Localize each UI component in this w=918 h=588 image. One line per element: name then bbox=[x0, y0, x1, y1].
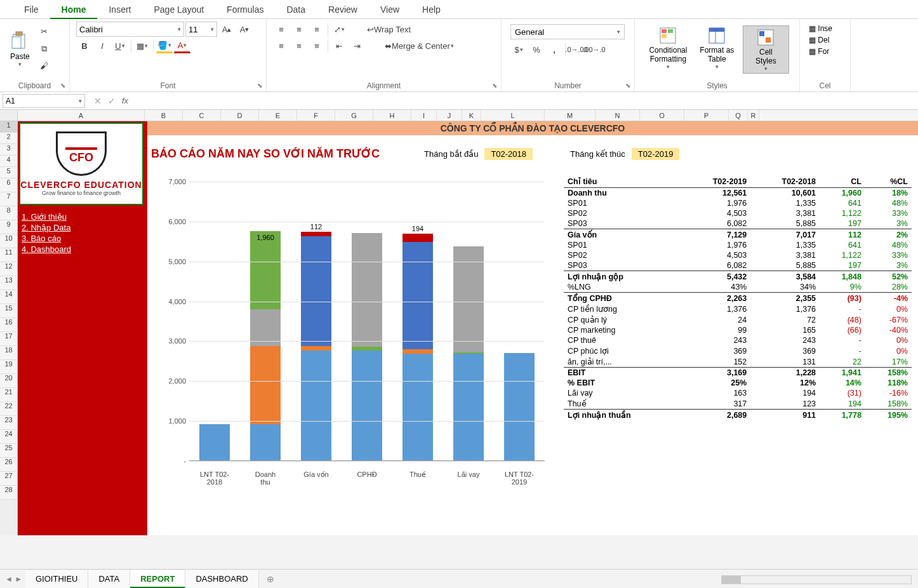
nav-link-3[interactable]: 4. Dashboard bbox=[22, 244, 143, 255]
svg-rect-4 bbox=[662, 29, 667, 33]
underline-button[interactable]: U▾ bbox=[112, 38, 128, 53]
comma-button[interactable]: , bbox=[546, 42, 562, 57]
column-headers[interactable]: ABCDEFGHIJKLMNOPQR bbox=[18, 110, 918, 121]
add-sheet-button[interactable]: ⊕ bbox=[259, 574, 282, 584]
nav-link-0[interactable]: 1. Giới thiệu bbox=[22, 211, 143, 222]
font-name-combo[interactable]: Calibri▾ bbox=[76, 22, 184, 37]
fill-color-button[interactable]: 🪣▾ bbox=[156, 38, 173, 53]
company-title: CÔNG TY CỔ PHẦN ĐÀO TẠO CLEVERCFO bbox=[147, 121, 918, 135]
comparison-table: Chỉ tiêuT02-2019T02-2018CL%CLDoanh thu12… bbox=[564, 175, 912, 420]
font-color-button[interactable]: A▾ bbox=[174, 38, 190, 53]
tab-page-layout[interactable]: Page Layout bbox=[142, 0, 215, 19]
cancel-formula-icon[interactable]: ✕ bbox=[94, 96, 102, 106]
number-format-combo[interactable]: General▾ bbox=[510, 24, 625, 39]
cut-button[interactable]: ✂ bbox=[36, 24, 53, 39]
tab-view[interactable]: View bbox=[369, 0, 411, 19]
align-bottom-button[interactable]: ≡ bbox=[309, 22, 325, 37]
increase-font-button[interactable]: A▴ bbox=[218, 22, 235, 37]
tab-review[interactable]: Review bbox=[317, 0, 369, 19]
font-size-combo[interactable]: 11▾ bbox=[185, 22, 217, 37]
paste-button[interactable]: Paste▾ bbox=[6, 22, 34, 76]
tab-formulas[interactable]: Formulas bbox=[215, 0, 275, 19]
group-number: General▾ $▾ % , .0→.00 .00→.0 Number ⬊ bbox=[502, 19, 635, 91]
merge-center-button[interactable]: ⬌ Merge & Center ▾ bbox=[380, 38, 458, 53]
fx-icon[interactable]: fx bbox=[122, 96, 128, 105]
horizontal-scrollbar[interactable] bbox=[721, 575, 912, 584]
ribbon-tabs: FileHomeInsertPage LayoutFormulasDataRev… bbox=[0, 0, 918, 19]
bold-button[interactable]: B bbox=[76, 38, 93, 53]
conditional-formatting-button[interactable]: Conditional Formatting▾ bbox=[645, 25, 691, 70]
tab-home[interactable]: Home bbox=[50, 0, 98, 19]
decrease-decimal-button[interactable]: .00→.0 bbox=[586, 42, 602, 57]
sheet-tab-dashboard[interactable]: DASHBOARD bbox=[185, 570, 258, 588]
sheet-tab-report[interactable]: REPORT bbox=[130, 570, 185, 588]
worksheet-grid[interactable]: ABCDEFGHIJKLMNOPQR 123456789101112131415… bbox=[0, 110, 918, 535]
format-painter-button[interactable]: 🖌 bbox=[36, 58, 53, 73]
align-top-button[interactable]: ≡ bbox=[273, 22, 289, 37]
nav-link-2[interactable]: 3. Báo cáo bbox=[22, 233, 143, 244]
group-styles: Conditional Formatting▾ Format as Table▾… bbox=[635, 19, 800, 91]
group-clipboard: Paste▾ ✂ ⧉ 🖌 Clipboard ⬊ bbox=[0, 19, 70, 91]
tab-file[interactable]: File bbox=[13, 0, 50, 19]
row-headers[interactable]: 1234567891011121314151617181920212223242… bbox=[0, 110, 18, 535]
svg-rect-2 bbox=[12, 37, 21, 48]
copy-button[interactable]: ⧉ bbox=[36, 41, 53, 56]
group-cells: ▦ Inse ▦ Del ▦ For Cel bbox=[800, 19, 851, 91]
svg-rect-6 bbox=[662, 34, 667, 38]
decrease-indent-button[interactable]: ⇤ bbox=[331, 38, 347, 53]
borders-button[interactable]: ▦▾ bbox=[134, 38, 150, 53]
enter-formula-icon[interactable]: ✓ bbox=[108, 96, 116, 106]
sheet-tab-gioithieu[interactable]: GIOITHIEU bbox=[25, 570, 88, 588]
group-alignment: ≡ ≡ ≡ ⤢▾ ↩ Wrap Text ≡ ≡ ≡ ⇤ ⇥ ⬌ Merge &… bbox=[267, 19, 502, 91]
delete-cells-button[interactable]: ▦ Del bbox=[809, 36, 841, 44]
cell-styles-button[interactable]: Cell Styles▾ bbox=[743, 25, 789, 74]
svg-rect-1 bbox=[16, 32, 22, 36]
decrease-font-button[interactable]: A▾ bbox=[236, 22, 253, 37]
svg-rect-11 bbox=[759, 31, 764, 36]
start-date-value: T02-2018 bbox=[484, 148, 533, 160]
format-cells-button[interactable]: ▦ For bbox=[809, 47, 841, 56]
number-launcher-icon[interactable]: ⬊ bbox=[625, 82, 630, 89]
percent-button[interactable]: % bbox=[528, 42, 545, 57]
alignment-launcher-icon[interactable]: ⬊ bbox=[492, 82, 497, 89]
nav-sidebar: CFO CLEVERCFO EDUCATION Grow finance to … bbox=[18, 121, 147, 535]
align-right-button[interactable]: ≡ bbox=[309, 38, 325, 53]
end-date-value: T02-2019 bbox=[632, 148, 680, 160]
nav-link-1[interactable]: 2. Nhập Data bbox=[22, 222, 143, 233]
tab-data[interactable]: Data bbox=[275, 0, 317, 19]
font-launcher-icon[interactable]: ⬊ bbox=[257, 82, 262, 89]
clipboard-launcher-icon[interactable]: ⬊ bbox=[60, 82, 65, 89]
sheet-tab-bar: ◄ ► GIOITHIEUDATAREPORTDASHBOARD ⊕ bbox=[0, 569, 918, 588]
align-left-button[interactable]: ≡ bbox=[273, 38, 289, 53]
orientation-button[interactable]: ⤢▾ bbox=[331, 22, 347, 37]
ribbon-body: Paste▾ ✂ ⧉ 🖌 Clipboard ⬊ Calibri▾ 11▾ A▴… bbox=[0, 19, 918, 92]
currency-button[interactable]: $▾ bbox=[510, 42, 527, 57]
tab-insert[interactable]: Insert bbox=[97, 0, 142, 19]
tab-help[interactable]: Help bbox=[411, 0, 452, 19]
name-box[interactable]: A1▾ bbox=[3, 94, 85, 108]
sheet-nav-buttons[interactable]: ◄ ► bbox=[5, 575, 22, 584]
group-font: Calibri▾ 11▾ A▴ A▾ B I U▾ ▦▾ 🪣▾ A▾ Font … bbox=[70, 19, 267, 91]
align-middle-button[interactable]: ≡ bbox=[291, 22, 307, 37]
report-title: BÁO CÁO NĂM NAY SO VỚI NĂM TRƯỚC bbox=[151, 147, 380, 161]
select-all-corner[interactable] bbox=[0, 110, 18, 121]
format-as-table-button[interactable]: Format as Table▾ bbox=[694, 25, 740, 70]
sheet-tab-data[interactable]: DATA bbox=[88, 570, 130, 588]
logo: CFO CLEVERCFO EDUCATION Grow finance to … bbox=[19, 123, 143, 205]
wrap-text-button[interactable]: ↩ Wrap Text bbox=[363, 22, 415, 37]
waterfall-chart[interactable]: 1,9601129319431 LNT T02-2018Doanh thuGía… bbox=[151, 175, 557, 499]
align-center-button[interactable]: ≡ bbox=[291, 38, 307, 53]
svg-rect-8 bbox=[709, 28, 724, 32]
increase-indent-button[interactable]: ⇥ bbox=[349, 38, 365, 53]
formula-input[interactable] bbox=[132, 94, 918, 108]
svg-rect-12 bbox=[766, 37, 771, 43]
insert-cells-button[interactable]: ▦ Inse bbox=[809, 24, 841, 33]
increase-decimal-button[interactable]: .0→.00 bbox=[568, 42, 585, 57]
italic-button[interactable]: I bbox=[94, 38, 110, 53]
formula-bar: A1▾ ✕ ✓ fx bbox=[0, 92, 918, 110]
svg-rect-5 bbox=[668, 29, 673, 33]
